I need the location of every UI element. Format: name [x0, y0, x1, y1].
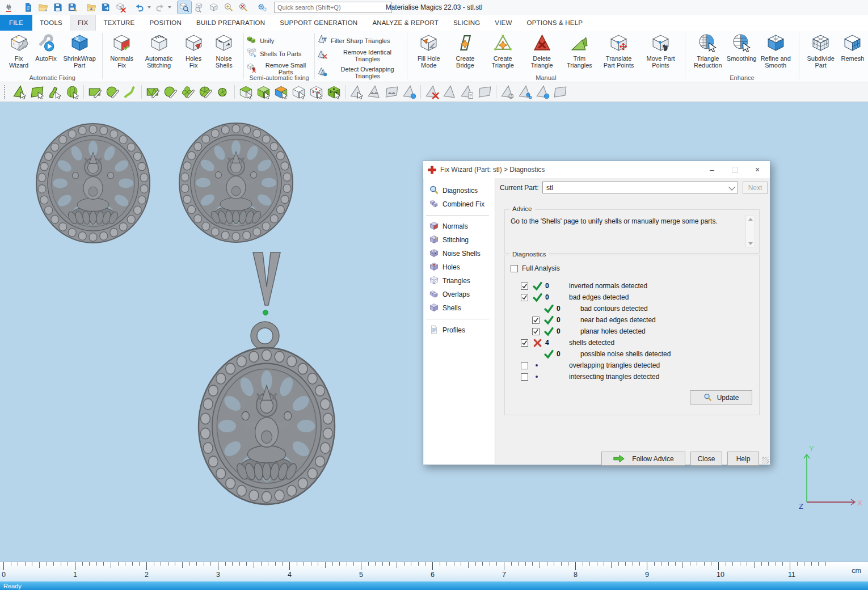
invert-marked-icon[interactable] [441, 84, 458, 100]
remove-small-parts-button[interactable]: Remove Small Parts [247, 61, 311, 75]
cube-mark-through-icon[interactable] [255, 84, 272, 100]
remove-identical-triangles-button[interactable]: Remove Identical Triangles [318, 48, 404, 62]
circle-marking-icon[interactable] [104, 84, 121, 100]
update-button[interactable]: Update [690, 390, 752, 404]
autofix-button[interactable]: AutoFix [32, 32, 60, 64]
export-part-icon[interactable] [99, 1, 113, 14]
resize-grip[interactable] [762, 457, 769, 463]
mark-triangles-icon[interactable] [11, 84, 28, 100]
rectangle-marking-icon[interactable] [86, 84, 104, 100]
next-button[interactable]: Next [743, 182, 768, 194]
undo-icon[interactable] [133, 1, 146, 14]
shrinkwrap-part-button[interactable]: ShrinkWrap Part [60, 32, 99, 70]
current-part-select[interactable]: stl [542, 182, 738, 193]
import-part-icon[interactable] [3, 1, 16, 14]
tab-support-generation[interactable]: SUPPORT GENERATION [272, 15, 365, 31]
tab-build-preparation[interactable]: BUILD PREPARATION [189, 15, 272, 31]
tab-view[interactable]: VIEW [487, 15, 519, 31]
sprue-dot[interactable] [263, 310, 268, 315]
tab-slicing[interactable]: SLICING [446, 15, 487, 31]
save-project-icon[interactable] [51, 1, 65, 14]
triangle-reduction-button[interactable]: Triangle Reduction [688, 32, 728, 70]
mark-surfaces-icon[interactable] [46, 84, 64, 100]
close-button[interactable]: Close [690, 452, 722, 466]
delete-triangle-button[interactable]: Delete Triangle [523, 32, 561, 70]
remesh-button[interactable]: Remesh [839, 32, 866, 64]
trim-triangles-button[interactable]: Trim Triangles [561, 32, 597, 70]
shade-marked-icon[interactable] [476, 84, 494, 100]
sidebar-item-triangles[interactable]: Triangles [424, 274, 495, 288]
pendant-ring-part[interactable] [251, 322, 279, 350]
minimize-button[interactable]: – [701, 161, 723, 178]
fill-marked-icon[interactable] [401, 84, 418, 100]
bail-part[interactable] [253, 252, 280, 305]
unify-button[interactable]: Unify [247, 35, 311, 45]
redo-dropdown-icon[interactable] [168, 6, 171, 9]
detect-overlapping-triangles-button[interactable]: Detect Overlapping Triangles [318, 65, 404, 79]
cube-mark-clear-icon[interactable] [290, 84, 307, 100]
freeform-marking-icon[interactable] [121, 84, 139, 100]
smooth-marked-icon[interactable] [516, 84, 534, 100]
zoom-in-icon[interactable] [222, 1, 235, 14]
cube-mark-multi-icon[interactable] [272, 84, 290, 100]
medallion-part-2[interactable] [179, 123, 293, 242]
cube-mark-visible-icon[interactable] [237, 84, 255, 100]
help-button[interactable]: Help [727, 452, 759, 466]
tab-options-help[interactable]: OPTIONS & HELP [520, 15, 591, 31]
plane-marked-icon[interactable] [551, 84, 569, 100]
noise-shells-button[interactable]: Noise Shells [207, 32, 241, 70]
copy-marked-icon[interactable] [458, 84, 476, 100]
translate-part-points-button[interactable]: Translate Part Points [598, 32, 640, 70]
window-marking-icon[interactable] [144, 84, 162, 100]
sidebar-item-combined-fix[interactable]: Combined Fix [424, 197, 495, 211]
load-folder-icon[interactable] [85, 1, 98, 14]
sidebar-item-stitching[interactable]: Stitching [424, 233, 495, 247]
refine-marked-icon[interactable] [534, 84, 551, 100]
sidebar-item-overlaps[interactable]: Overlaps [424, 288, 495, 301]
scroll-up-icon[interactable] [748, 218, 753, 221]
sidebar-item-noise-shells[interactable]: Noise Shells [424, 247, 495, 260]
sidebar-item-holes[interactable]: Holes [424, 260, 495, 274]
remove-part-icon[interactable] [114, 1, 128, 14]
advice-scrollbar[interactable] [745, 216, 755, 247]
expand-marked-plane-icon[interactable] [383, 84, 401, 100]
medallion-part-1[interactable] [36, 124, 150, 243]
diagnostic-checkbox[interactable] [532, 328, 540, 335]
fill-hole-mode-button[interactable]: Fill Hole Mode [410, 32, 447, 70]
medallion-part-main[interactable] [199, 348, 335, 504]
create-triangle-button[interactable]: Create Triangle [483, 32, 523, 70]
view-part-icon[interactable] [192, 1, 206, 14]
diagnostic-checkbox[interactable] [521, 339, 528, 347]
holes-fix-button[interactable]: Holes Fix [180, 32, 207, 70]
create-bridge-button[interactable]: Create Bridge [447, 32, 483, 70]
scroll-down-icon[interactable] [748, 242, 753, 245]
shells-to-parts-button[interactable]: Shells To Parts [247, 48, 311, 58]
tab-fix[interactable]: FIX [70, 15, 96, 31]
cube-mark-shells-icon[interactable] [325, 84, 343, 100]
mark-planes-icon[interactable] [28, 84, 46, 100]
redo-icon[interactable] [153, 1, 167, 14]
pie-marking-icon[interactable] [197, 84, 214, 100]
full-analysis-checkbox[interactable] [511, 265, 518, 272]
diagnostic-checkbox[interactable] [521, 294, 528, 301]
normals-fix-button[interactable]: Normals Fix [106, 32, 138, 70]
smoothing-button[interactable]: Smoothing [728, 32, 755, 64]
filter-sharp-triangles-button[interactable]: Filter Sharp Triangles [318, 35, 404, 45]
toolbar-drag-handle[interactable] [4, 85, 7, 99]
mark-shells-icon[interactable] [64, 84, 81, 100]
tab-analyze-report[interactable]: ANALYZE & REPORT [365, 15, 446, 31]
zoom-selection-icon[interactable] [178, 1, 191, 14]
sidebar-item-profiles[interactable]: Profiles [424, 323, 495, 337]
zoom-out-icon[interactable] [237, 1, 250, 14]
follow-advice-button[interactable]: Follow Advice [601, 452, 685, 466]
search-input[interactable] [274, 2, 392, 13]
tab-tools[interactable]: TOOLS [32, 15, 70, 31]
save-as-icon[interactable] [66, 1, 79, 14]
diagnostic-checkbox[interactable] [521, 373, 528, 381]
brush-marking-icon[interactable] [162, 84, 179, 100]
tab-texture[interactable]: TEXTURE [96, 15, 142, 31]
fix-wizard-button[interactable]: Fix Wizard [5, 32, 32, 70]
smart-marking-icon[interactable] [179, 84, 197, 100]
fit-view-icon[interactable] [207, 1, 221, 14]
expand-marked-icon[interactable] [365, 84, 383, 100]
